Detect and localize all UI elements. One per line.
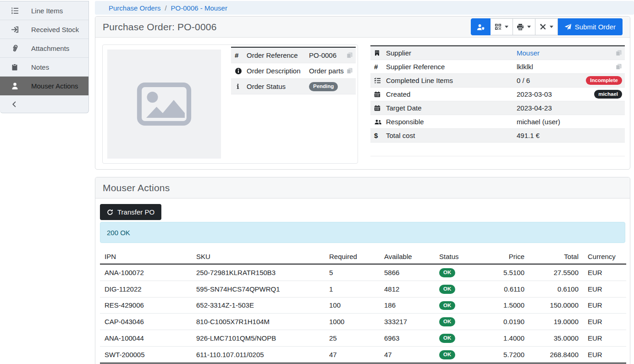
transfer-po-label: Transfer PO [117, 208, 154, 216]
cell-price: 0.0190 [486, 314, 529, 330]
list-check-icon [374, 77, 386, 84]
detail-value: 2023-03-03 [517, 90, 594, 98]
cell-status: OK [435, 330, 486, 347]
cell-sku: 595-SN74HCS74QPWRQ1 [192, 281, 325, 297]
cell-status: OK [435, 297, 486, 314]
copy-icon[interactable] [615, 63, 622, 70]
sidebar-item-label: Notes [31, 63, 49, 71]
sidebar-item-label: Mouser Actions [31, 82, 78, 90]
col-header-available: Available [380, 251, 435, 264]
building-icon [374, 50, 386, 56]
copy-icon[interactable] [346, 67, 353, 74]
detail-value: Pending [309, 82, 353, 91]
status-ok-badge: OK [439, 334, 455, 343]
purchase-order-panel-header: Purchase Order: PO-0006 [95, 17, 630, 38]
submit-order-button[interactable]: Submit Order [558, 18, 623, 35]
status-alert: 200 OK [100, 222, 625, 243]
cell-sku: 250-72981KLRATR150B3 [192, 264, 325, 281]
cell-currency: EUR [583, 330, 626, 347]
detail-label: Responsible [386, 118, 517, 126]
supplier-details-table: Supplier Mouser # Supplier Reference lkl… [370, 45, 625, 156]
cell-required: 47 [325, 346, 380, 363]
cell-status: OK [435, 264, 486, 281]
detail-label: Supplier Reference [386, 63, 517, 71]
cell-total: 27.5500 [529, 264, 583, 281]
sidebar-item-mouser-actions[interactable]: Mouser Actions [0, 77, 88, 95]
mouser-actions-body: Transfer PO 200 OK IPN SKU Required Avai… [95, 199, 630, 364]
clipboard-icon [10, 63, 19, 71]
refresh-icon [107, 209, 113, 215]
cell-ipn: ANA-100072 [100, 264, 192, 281]
print-actions-button[interactable] [513, 18, 535, 35]
sign-in-icon [10, 26, 19, 33]
col-header-status: Status [435, 251, 486, 264]
sidebar-collapse-button[interactable] [0, 95, 88, 113]
sidebar-item-line-items[interactable]: Line Items [0, 1, 88, 20]
cell-available: 6963 [380, 330, 435, 347]
chevron-down-icon [505, 26, 508, 28]
hashtag-icon: # [374, 63, 386, 71]
line-items-table: IPN SKU Required Available Status Price … [100, 251, 626, 364]
sidebar-item-label: Attachments [31, 44, 69, 52]
col-header-currency: Currency [583, 251, 626, 264]
detail-label: Order Reference [247, 51, 309, 59]
purchase-order-panel: Purchase Order: PO-0006 [95, 16, 630, 170]
submit-order-label: Submit Order [575, 23, 616, 31]
col-header-total: Total [529, 251, 583, 264]
detail-label: Order Status [247, 83, 309, 90]
supplier-link[interactable]: Mouser [517, 49, 615, 57]
cell-required: 5 [325, 264, 380, 281]
sidebar-item-label: Line Items [31, 7, 63, 15]
sidebar-item-attachments[interactable]: Attachments [0, 39, 88, 58]
cell-total: 19.0000 [529, 314, 583, 330]
barcode-actions-button[interactable] [491, 18, 513, 35]
breadcrumb-link-current-po[interactable]: PO-0006 - Mouser [171, 4, 227, 12]
image-placeholder-icon [136, 82, 192, 126]
status-alert-text: 200 OK [107, 229, 130, 237]
sidebar: Line Items Received Stock Attachments No… [0, 1, 89, 113]
col-header-sku: SKU [192, 251, 325, 264]
cell-sku: 611-110.107.011/0205 [192, 346, 325, 363]
cell-required: 25 [325, 330, 380, 347]
user-shield-icon [476, 23, 485, 31]
list-ol-icon [10, 7, 19, 15]
mouser-actions-panel-header: Mouser Actions [95, 177, 630, 199]
status-ok-badge: OK [439, 301, 455, 310]
sidebar-item-received-stock[interactable]: Received Stock [0, 20, 88, 39]
cell-sku: 926-LMC7101QM5/NOPB [192, 330, 325, 347]
detail-row-order-reference: # Order Reference PO-0006 [231, 48, 356, 63]
detail-row-empty [370, 143, 625, 156]
cell-currency: EUR [583, 281, 626, 297]
table-header-row: IPN SKU Required Available Status Price … [100, 251, 626, 264]
copy-icon[interactable] [615, 50, 622, 56]
cell-price: 1.4000 [486, 330, 529, 347]
order-permissions-button[interactable] [471, 18, 491, 35]
chevron-down-icon [527, 26, 531, 28]
cell-price: 1.5000 [486, 297, 529, 314]
detail-label: Order Description [247, 67, 309, 75]
order-actions-button[interactable] [535, 18, 558, 35]
order-toolbar: Submit Order [471, 18, 623, 35]
order-status-badge: Pending [309, 82, 338, 91]
detail-row-created: Created 2023-03-03 michael [370, 88, 625, 101]
cell-ipn: RES-429006 [100, 297, 192, 314]
detail-label: Created [386, 90, 517, 98]
table-row: DIG-112022 595-SN74HCS74QPWRQ1 1 4812 OK… [100, 281, 626, 297]
chevron-left-icon [11, 101, 18, 108]
created-by-badge: michael [594, 90, 622, 99]
sidebar-item-label: Received Stock [31, 26, 79, 33]
copy-icon[interactable] [346, 52, 353, 59]
cell-status: OK [435, 281, 486, 297]
cell-ipn: DIG-112022 [100, 281, 192, 297]
breadcrumb-link-purchase-orders[interactable]: Purchase Orders [109, 4, 160, 12]
mouser-actions-title: Mouser Actions [103, 182, 170, 193]
cell-currency: EUR [583, 264, 626, 281]
sidebar-item-notes[interactable]: Notes [0, 58, 88, 77]
cell-ipn: SWT-200005 [100, 346, 192, 363]
printer-icon [517, 23, 524, 31]
qrcode-icon [495, 23, 502, 30]
cell-status: OK [435, 314, 486, 330]
transfer-po-button[interactable]: Transfer PO [100, 204, 161, 220]
col-header-ipn: IPN [100, 251, 192, 264]
info-circle-icon [235, 67, 247, 75]
